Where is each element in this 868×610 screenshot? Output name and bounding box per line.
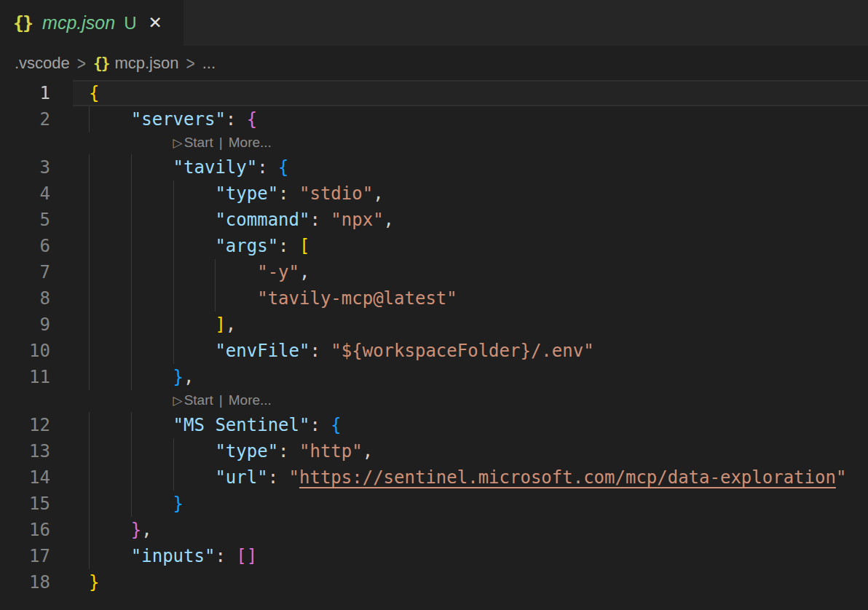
code-token: { <box>278 157 288 178</box>
tab-title: mcp.json <box>42 12 115 33</box>
breadcrumb-file[interactable]: mcp.json <box>114 54 178 73</box>
code-token: "command" <box>215 210 309 230</box>
line-number: 16 <box>0 517 73 543</box>
code-line-content[interactable]: "url": "https://sentinel.microsoft.com/m… <box>73 464 868 491</box>
code-line-content[interactable]: "type": "http", <box>73 438 868 464</box>
run-triangle-icon: ▷ <box>173 394 183 408</box>
codelens-row: ▷Start|More... <box>0 390 868 412</box>
line-number: 15 <box>0 491 73 517</box>
code-token: "envFile" <box>215 341 309 361</box>
codelens-more-link[interactable]: More... <box>229 392 272 408</box>
code-line-content[interactable]: }, <box>73 517 868 543</box>
code-line: 6 "args": [ <box>0 233 868 259</box>
code-token <box>89 341 215 361</box>
code-token: : <box>309 415 331 435</box>
code-line-content[interactable]: "tavily-mcp@latest" <box>73 285 868 312</box>
code-token: "servers" <box>131 109 226 130</box>
code-token: , <box>184 367 194 387</box>
code-token: [ <box>299 236 309 256</box>
line-number: 9 <box>0 312 73 338</box>
json-file-icon: {} <box>13 12 32 33</box>
code-line-content[interactable]: } <box>73 491 868 517</box>
code-token: "tavily" <box>173 157 258 178</box>
code-token: "npx" <box>331 210 383 230</box>
code-token: "args" <box>215 236 278 256</box>
close-icon[interactable]: ✕ <box>149 13 162 33</box>
editor-tab-bar: {} mcp.json U ✕ <box>0 0 868 46</box>
code-token: "url" <box>215 467 267 488</box>
code-line-content[interactable]: "servers": { <box>73 106 868 132</box>
code-token: : <box>215 546 236 566</box>
codelens-row: ▷Start|More... <box>0 132 868 154</box>
code-line: 12 "MS Sentinel": { <box>0 412 868 438</box>
code-line: 5 "command": "npx", <box>0 207 868 233</box>
code-line-content[interactable]: "MS Sentinel": { <box>73 412 868 438</box>
code-token: , <box>299 262 309 282</box>
codelens-content[interactable]: ▷Start|More... <box>73 132 868 154</box>
code-line-content[interactable]: { <box>73 80 868 106</box>
line-number: 11 <box>0 364 73 390</box>
breadcrumb-symbol-ellipsis[interactable]: ... <box>202 54 216 73</box>
line-number: 14 <box>0 464 73 491</box>
chevron-right-icon: > <box>77 52 86 74</box>
code-line-content[interactable]: "args": [ <box>73 233 868 259</box>
code-line-content[interactable]: "envFile": "${workspaceFolder}/.env" <box>73 338 868 364</box>
code-line: 11 }, <box>0 364 868 390</box>
codelens-start-link[interactable]: Start <box>184 135 213 150</box>
code-token: : <box>309 341 331 361</box>
url-link[interactable]: https://sentinel.microsoft.com/mcp/data-… <box>299 467 836 488</box>
breadcrumb-folder[interactable]: .vscode <box>15 54 70 73</box>
code-line-content[interactable]: }, <box>73 364 868 390</box>
code-line: 4 "type": "stdio", <box>0 181 868 207</box>
line-number: 12 <box>0 412 73 438</box>
code-token: { <box>247 109 257 130</box>
code-token <box>89 236 215 256</box>
line-number: 7 <box>0 259 73 285</box>
code-editor[interactable]: 1{2 "servers": {▷Start|More...3 "tavily"… <box>0 80 868 595</box>
code-line-content[interactable]: "tavily": { <box>73 154 868 181</box>
code-token <box>89 415 173 435</box>
line-number: 4 <box>0 181 73 207</box>
code-token: : <box>309 210 331 230</box>
code-token: , <box>363 441 373 462</box>
code-token: } <box>131 520 141 540</box>
codelens-start-link[interactable]: Start <box>184 392 213 408</box>
codelens-content[interactable]: ▷Start|More... <box>73 390 868 412</box>
code-line: 13 "type": "http", <box>0 438 868 464</box>
line-number: 17 <box>0 543 73 569</box>
code-line-content[interactable]: "type": "stdio", <box>73 181 868 207</box>
code-line-content[interactable]: "-y", <box>73 259 868 285</box>
line-number: 8 <box>0 285 73 312</box>
codelens-more-link[interactable]: More... <box>229 135 272 150</box>
code-token <box>89 262 257 282</box>
code-token: : <box>278 441 299 462</box>
code-token <box>89 520 131 540</box>
code-token <box>89 288 257 309</box>
code-token <box>89 157 173 178</box>
code-token: "MS Sentinel" <box>173 415 310 435</box>
code-token <box>89 314 215 335</box>
code-token: : <box>257 157 278 178</box>
tab-mcp-json[interactable]: {} mcp.json U ✕ <box>0 0 184 46</box>
code-token: "-y" <box>257 262 299 282</box>
code-token: "stdio" <box>299 183 373 204</box>
line-number: 10 <box>0 338 73 364</box>
code-line-content[interactable]: ], <box>73 312 868 338</box>
line-number: 5 <box>0 207 73 233</box>
code-line: 18} <box>0 569 868 595</box>
codelens-separator: | <box>219 135 223 150</box>
line-number <box>0 390 73 412</box>
code-line: 16 }, <box>0 517 868 543</box>
code-line-content[interactable]: "inputs": [] <box>73 543 868 569</box>
code-token <box>89 183 215 204</box>
code-line: 8 "tavily-mcp@latest" <box>0 285 868 312</box>
code-line-content[interactable]: "command": "npx", <box>73 207 868 233</box>
code-token: } <box>89 572 99 593</box>
breadcrumb: .vscode > {} mcp.json > ... <box>0 46 868 80</box>
code-line: 3 "tavily": { <box>0 154 868 181</box>
code-token: " <box>836 467 846 488</box>
code-token: [] <box>236 546 257 566</box>
code-token: "tavily-mcp@latest" <box>257 288 457 309</box>
code-line-content[interactable]: } <box>73 569 868 595</box>
line-number: 3 <box>0 154 73 181</box>
